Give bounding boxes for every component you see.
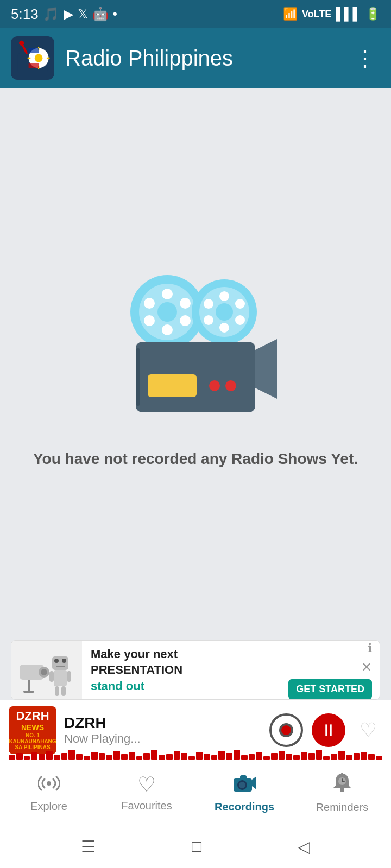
volte-icon: VoLTE (302, 9, 331, 20)
pause-button[interactable]: ⏸ (312, 713, 345, 747)
svg-rect-45 (54, 670, 67, 686)
station-logo-text: DZRH NEWS NO. 1 KAUNAUNAHANG SA PILIPINA… (9, 710, 56, 750)
waveform-bar (376, 756, 382, 760)
waveform-bar (249, 754, 255, 760)
svg-rect-11 (29, 63, 39, 68)
waveform-bar (301, 752, 307, 760)
sys-back-button[interactable]: ◁ (298, 837, 310, 856)
svg-rect-49 (61, 686, 66, 696)
ad-image (11, 640, 82, 700)
waveform-bar (308, 753, 315, 760)
reminders-label: Reminders (316, 801, 369, 814)
app-title: Radio Philippines (65, 46, 339, 71)
ad-content: Make your next PRESENTATION stand out (82, 640, 281, 699)
app-bar: Radio Philippines ⋮ (0, 28, 391, 88)
now-playing-bar: DZRH NEWS NO. 1 KAUNAUNAHANG SA PILIPINA… (0, 700, 391, 760)
pause-icon: ⏸ (320, 721, 337, 739)
svg-point-20 (180, 315, 191, 326)
svg-point-35 (225, 380, 236, 391)
waveform-bar (234, 750, 240, 760)
waveform-bar (166, 754, 173, 760)
waveform-bar (361, 752, 367, 760)
overflow-menu-button[interactable]: ⋮ (350, 41, 380, 75)
nav-favourites[interactable]: ♡ Favourites (98, 767, 195, 818)
waveform-bar (279, 751, 285, 760)
waveform-bar (76, 754, 83, 760)
waveform-bar (338, 751, 345, 760)
dot-icon: • (113, 7, 117, 22)
audio-waveform (0, 749, 391, 760)
signal-icon: ▌▌▌ (336, 7, 361, 21)
waveform-bar (151, 750, 157, 760)
time-display: 5:13 (11, 6, 39, 23)
nav-reminders[interactable]: Reminders (293, 766, 391, 819)
favourites-label: Favourites (121, 800, 172, 812)
reminders-icon (331, 771, 353, 798)
svg-point-27 (235, 299, 245, 309)
ad-info-icon[interactable]: ℹ (368, 641, 372, 655)
svg-point-24 (219, 291, 229, 301)
svg-rect-47 (67, 671, 71, 682)
svg-rect-44 (56, 666, 65, 667)
nav-explore[interactable]: Explore (0, 767, 98, 818)
waveform-bar (286, 754, 292, 760)
logo-svg (12, 38, 53, 78)
svg-point-56 (340, 788, 344, 792)
svg-point-50 (47, 781, 51, 786)
sys-home-button[interactable]: □ (192, 837, 201, 856)
svg-point-29 (235, 315, 245, 325)
svg-rect-46 (49, 671, 54, 682)
station-logo-sub: NEWS (9, 724, 56, 732)
svg-rect-55 (240, 775, 247, 780)
waveform-bar (143, 753, 150, 760)
waveform-bar (39, 754, 45, 760)
svg-marker-32 (255, 339, 277, 399)
svg-rect-10 (29, 48, 39, 53)
waveform-bar (211, 755, 218, 760)
explore-label: Explore (30, 800, 67, 813)
svg-point-14 (157, 302, 177, 322)
waveform-bar (9, 755, 15, 760)
waveform-bar (218, 751, 225, 760)
ad-accent-text: stand out (91, 679, 272, 693)
waveform-bar (241, 755, 248, 760)
waveform-bar (54, 755, 60, 760)
ad-close-button[interactable]: ✕ (361, 660, 372, 675)
android-icon: 🤖 (92, 7, 109, 22)
svg-point-25 (219, 323, 229, 333)
svg-rect-41 (52, 656, 68, 670)
waveform-bar (263, 756, 270, 760)
explore-icon (38, 773, 60, 797)
waveform-bar (188, 756, 195, 760)
youtube-icon: ▶ (64, 7, 73, 22)
svg-point-42 (54, 659, 59, 663)
favorite-button[interactable]: ♡ (354, 716, 382, 744)
status-right: 📶 VoLTE ▌▌▌ 🔋 (283, 7, 380, 21)
svg-point-43 (62, 659, 66, 663)
station-info: DZRH Now Playing... (64, 714, 262, 746)
sys-menu-button[interactable]: ☰ (81, 837, 96, 856)
ad-bold-text: PRESENTATION (91, 662, 272, 678)
twitter-icon: 𝕏 (78, 7, 88, 22)
svg-point-53 (239, 782, 245, 788)
ad-cta-button[interactable]: GET STARTED (288, 679, 372, 699)
svg-point-28 (204, 315, 213, 325)
nav-recordings[interactable]: Recordings (195, 767, 293, 819)
ad-banner[interactable]: Make your next PRESENTATION stand out ℹ … (11, 640, 380, 700)
svg-point-34 (209, 380, 220, 391)
waveform-bar (121, 754, 128, 760)
waveform-bar (91, 752, 98, 760)
waveform-bar (106, 755, 112, 760)
svg-point-18 (180, 298, 191, 309)
svg-rect-37 (23, 691, 34, 693)
record-button[interactable] (269, 713, 303, 747)
status-left: 5:13 🎵 ▶ 𝕏 🤖 • (11, 6, 117, 23)
waveform-bar (24, 756, 30, 760)
player-controls: ⏸ ♡ (269, 713, 382, 747)
svg-point-17 (144, 298, 155, 309)
svg-point-2 (19, 41, 24, 46)
music-icon: 🎵 (43, 7, 59, 22)
waveform-bar (331, 754, 337, 760)
empty-state-message: You have not recorded any Radio Shows Ye… (11, 450, 380, 468)
status-bar: 5:13 🎵 ▶ 𝕏 🤖 • 📶 VoLTE ▌▌▌ 🔋 (0, 0, 391, 28)
